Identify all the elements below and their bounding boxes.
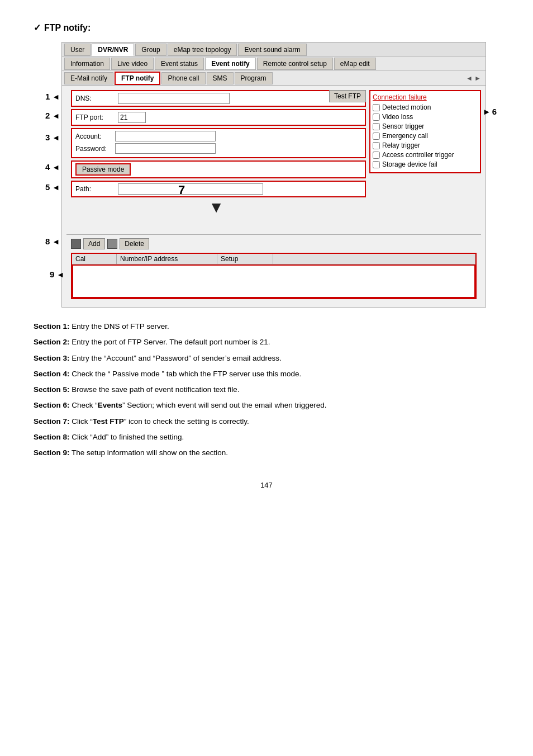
- add-button[interactable]: Add: [83, 238, 105, 249]
- port-section: FTP port:: [71, 109, 366, 126]
- connection-failure-title: Connection failure: [373, 93, 478, 101]
- main-tab-bar: User DVR/NVR Group eMap tree topology Ev…: [62, 42, 486, 56]
- tab-live-video[interactable]: Live video: [111, 58, 154, 70]
- desc-4: Section 4: Check the “ Passive mode ” ta…: [34, 368, 499, 380]
- add-icon: [71, 239, 81, 249]
- tab-emap-edit[interactable]: eMap edit: [334, 58, 376, 70]
- checkmark-icon: ✓: [34, 22, 41, 33]
- section8-label: 8 ◄: [45, 237, 60, 246]
- event-access-controller[interactable]: Access controller trigger: [373, 151, 478, 159]
- password-label: Password:: [75, 145, 112, 153]
- dns-input[interactable]: [118, 93, 230, 104]
- desc-8: Section 8: Click “Add” to finished the s…: [34, 432, 499, 443]
- dns-section: DNS:: [71, 90, 366, 107]
- delete-button[interactable]: Delete: [120, 238, 149, 249]
- tab-event-sound[interactable]: Event sound alarm: [238, 44, 306, 56]
- ftp-port-input[interactable]: [118, 112, 146, 123]
- event-sensor-trigger[interactable]: Sensor trigger: [373, 122, 478, 130]
- section3-label: 3 ◄: [45, 133, 60, 142]
- desc-7: Section 7: Click “Test FTP” icon to chec…: [34, 416, 499, 427]
- event-video-loss[interactable]: Video loss: [373, 113, 478, 121]
- desc-1: Section 1: Entry the DNS of FTP server.: [34, 321, 499, 332]
- descriptions: Section 1: Entry the DNS of FTP server. …: [34, 321, 499, 459]
- tab-information[interactable]: Information: [64, 58, 110, 70]
- panel-content: 1 ◄ DNS: 2 ◄: [62, 86, 486, 307]
- event-detected-motion[interactable]: Detected motion: [373, 103, 478, 111]
- page-number: 147: [34, 481, 499, 489]
- path-section: Path:: [71, 181, 366, 197]
- event-emergency-call[interactable]: Emergency call: [373, 132, 478, 140]
- tab-sms[interactable]: SMS: [207, 72, 234, 84]
- account-input[interactable]: [115, 131, 216, 141]
- tab-user[interactable]: User: [64, 44, 91, 56]
- events-panel: Connection failure Detected motion Video…: [369, 90, 481, 173]
- section4-label: 4 ◄: [45, 162, 60, 172]
- dns-label: DNS:: [75, 94, 115, 102]
- section9-label: 9 ◄: [50, 270, 64, 279]
- event-storage-fail[interactable]: Storage device fail: [373, 160, 478, 168]
- section6-label: ►6: [483, 107, 497, 116]
- ftp-port-label: FTP port:: [75, 114, 115, 121]
- tab-ftp-notify[interactable]: FTP notify: [115, 72, 160, 85]
- table-body: [72, 264, 475, 298]
- section5-label: 5 ◄: [45, 182, 60, 192]
- col-cal: Cal: [72, 254, 117, 264]
- tab-dvrnvr[interactable]: DVR/NVR: [92, 44, 134, 56]
- col-number-ip: Number/IP address: [117, 254, 217, 264]
- path-label: Path:: [75, 185, 115, 193]
- col-setup: Setup: [217, 254, 273, 264]
- table-container: Cal Number/IP address Setup: [71, 253, 477, 299]
- account-label: Account:: [75, 133, 112, 140]
- tab-email-notify[interactable]: E-Mail notify: [64, 72, 113, 84]
- test-ftp-button[interactable]: Test FTP: [329, 90, 366, 102]
- table-header: Cal Number/IP address Setup: [72, 254, 475, 264]
- nav-arrows[interactable]: ◄ ►: [466, 74, 483, 82]
- passive-section: Passive mode: [71, 160, 366, 178]
- path-input[interactable]: [118, 183, 263, 195]
- button-bar: Add Delete: [71, 238, 477, 249]
- event-relay-trigger[interactable]: Relay trigger: [373, 141, 478, 149]
- tab-phone-call[interactable]: Phone call: [161, 72, 205, 84]
- desc-3: Section 3: Entry the “Account” and “Pass…: [34, 353, 499, 364]
- section2-label: 2 ◄: [45, 111, 60, 120]
- tab-emap-tree[interactable]: eMap tree topology: [168, 44, 237, 56]
- page-title: ✓ FTP notify:: [34, 22, 499, 33]
- delete-icon: [107, 239, 117, 249]
- sub2-tab-bar: E-Mail notify FTP notify Phone call SMS …: [62, 70, 486, 86]
- down-arrow: ▼: [66, 200, 366, 215]
- desc-9: Section 9: The setup information will sh…: [34, 447, 499, 459]
- account-section: Account: Password:: [71, 128, 366, 158]
- ui-panel: User DVR/NVR Group eMap tree topology Ev…: [61, 42, 486, 308]
- tab-event-status[interactable]: Event status: [155, 58, 204, 70]
- col-rest: [273, 254, 475, 264]
- tab-group[interactable]: Group: [135, 44, 166, 56]
- section7-label: 7: [178, 183, 185, 197]
- passive-mode-button[interactable]: Passive mode: [75, 163, 131, 176]
- desc-6: Section 6: Check “Events” Section; which…: [34, 400, 499, 411]
- section1-label: 1 ◄: [45, 92, 60, 101]
- tab-remote-control[interactable]: Remote control setup: [257, 58, 333, 70]
- desc-2: Section 2: Entry the port of FTP Server.…: [34, 337, 499, 348]
- tab-program[interactable]: Program: [235, 72, 273, 84]
- desc-5: Section 5: Browse the save path of event…: [34, 384, 499, 395]
- sub-tab-bar: Information Live video Event status Even…: [62, 56, 486, 70]
- tab-event-notify[interactable]: Event notify: [205, 58, 256, 70]
- password-input[interactable]: [115, 143, 216, 154]
